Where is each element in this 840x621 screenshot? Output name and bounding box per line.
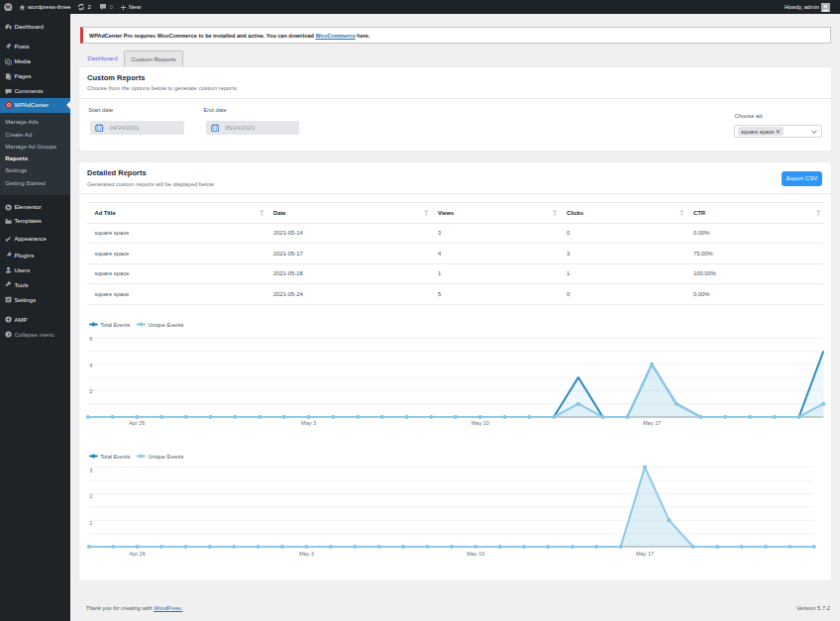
svg-text:May 10: May 10: [467, 551, 484, 557]
svg-text:4: 4: [89, 362, 92, 368]
svg-text:2: 2: [89, 388, 92, 394]
svg-text:Unique Events: Unique Events: [149, 454, 184, 460]
svg-text:May 10: May 10: [472, 420, 489, 426]
svg-text:Total Events: Total Events: [100, 322, 130, 328]
svg-text:6: 6: [89, 336, 92, 342]
svg-text:Total Events: Total Events: [100, 454, 130, 460]
svg-text:May 3: May 3: [299, 551, 314, 557]
svg-text:1: 1: [89, 520, 92, 526]
svg-text:May 17: May 17: [643, 420, 661, 426]
svg-text:May 17: May 17: [636, 551, 654, 557]
svg-text:Apr 26: Apr 26: [130, 551, 146, 557]
svg-text:Apr 26: Apr 26: [129, 420, 145, 426]
svg-text:2: 2: [89, 493, 92, 499]
svg-text:May 3: May 3: [301, 420, 316, 426]
svg-text:Unique Events: Unique Events: [149, 322, 184, 328]
svg-text:W: W: [5, 4, 11, 10]
svg-text:3: 3: [89, 467, 92, 473]
